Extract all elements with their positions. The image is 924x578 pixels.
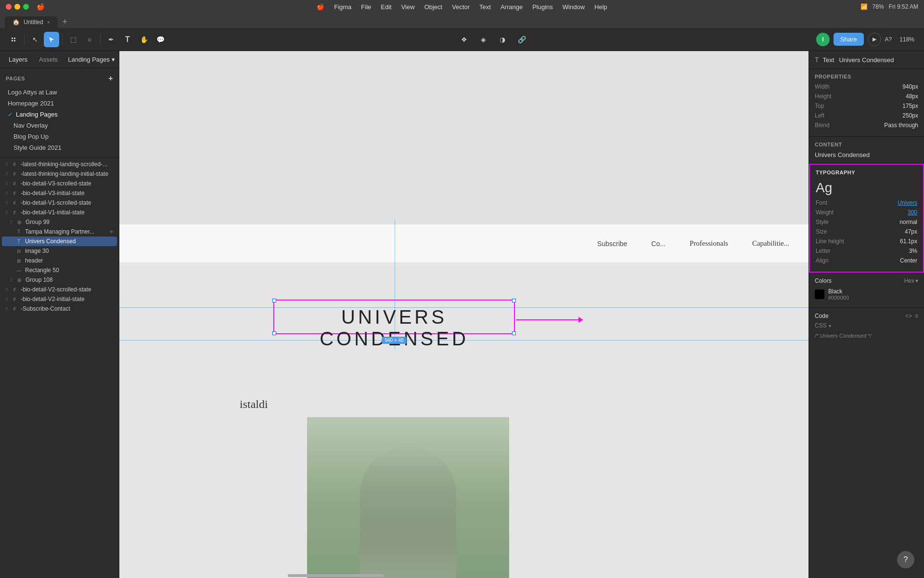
group-icon: ⊞ xyxy=(16,277,23,283)
top-value[interactable]: 175px xyxy=(902,103,918,109)
link-button[interactable]: 🔗 xyxy=(514,32,529,47)
menu-view[interactable]: View xyxy=(401,3,415,11)
tab-landing-pages[interactable]: Landing Pages ▾ xyxy=(68,56,115,63)
layer-bio-v1-initial[interactable]: ⠿ # -bio-detail-V1-initial-state xyxy=(2,208,117,217)
menu-bar: 🍎 Figma File Edit View Object Vector Tex… xyxy=(317,3,607,11)
horizontal-scrollbar[interactable] xyxy=(288,574,384,577)
frame-tool-button[interactable]: ⬚ xyxy=(65,32,81,47)
layer-bio-v2-initial[interactable]: ⠿ # -bio-detail-V2-initial-state xyxy=(2,294,117,304)
layer-group108[interactable]: ⠿ ⊞ Group 108 xyxy=(2,275,117,285)
size-value[interactable]: 47px xyxy=(905,228,917,235)
shape-tool-button[interactable]: ○ xyxy=(82,32,97,47)
menu-edit[interactable]: Edit xyxy=(381,3,391,11)
menu-text[interactable]: Text xyxy=(479,3,491,11)
panel-header: T Text Univers Condensed xyxy=(809,51,924,69)
spelling-check-button[interactable]: A? xyxy=(885,36,892,43)
menu-figma[interactable]: Figma xyxy=(334,3,351,11)
layer-bio-v2-scrolled[interactable]: ⠿ # -bio-detail-V2-scrolled-state xyxy=(2,285,117,294)
zoom-level[interactable]: 118% xyxy=(896,34,918,45)
component-set-button[interactable]: ❖ xyxy=(456,32,472,47)
help-button[interactable]: ? xyxy=(897,551,914,568)
page-label: Style Guide 2021 xyxy=(13,144,62,151)
arrow-head-icon xyxy=(578,317,583,323)
layer-tampa[interactable]: T Tampa Managing Partner... 👁 xyxy=(2,227,117,236)
tab-layers[interactable]: Layers xyxy=(4,54,32,65)
style-value[interactable]: normal xyxy=(899,219,917,225)
menu-help[interactable]: Help xyxy=(594,3,607,11)
page-homepage[interactable]: Homepage 2021 xyxy=(4,98,115,109)
layer-latest-scrolled[interactable]: ⠿ # -latest-thinking-landing-scrolled-..… xyxy=(2,159,117,169)
main-layout: Layers Assets Landing Pages ▾ Pages + Lo… xyxy=(0,51,924,578)
layer-group99[interactable]: ⠿ ⊞ Group 99 xyxy=(2,217,117,227)
width-value[interactable]: 940px xyxy=(902,83,918,90)
layer-header[interactable]: ⊞ header xyxy=(2,256,117,265)
tab-filename: Untitled xyxy=(24,19,43,26)
menu-file[interactable]: File xyxy=(361,3,371,11)
present-button[interactable]: ▶ xyxy=(868,33,881,46)
page-landing[interactable]: ✓ Landing Pages xyxy=(4,109,115,120)
color-swatch[interactable] xyxy=(815,289,824,299)
menu-window[interactable]: Window xyxy=(563,3,585,11)
align-value[interactable]: Center xyxy=(900,257,917,264)
color-format-selector[interactable]: Hex ▾ xyxy=(904,277,918,284)
fullscreen-button[interactable] xyxy=(23,4,29,10)
menu-arrange[interactable]: Arrange xyxy=(500,3,523,11)
menu-vector[interactable]: Vector xyxy=(452,3,470,11)
handle-tr[interactable] xyxy=(512,299,516,302)
layer-name: Rectangle 50 xyxy=(25,267,114,274)
share-button[interactable]: Share xyxy=(834,33,864,46)
layer-univers-condensed[interactable]: T Univers Condensed xyxy=(2,236,117,246)
bio-image xyxy=(307,417,509,578)
toolbar-right: I Share ▶ A? 118% xyxy=(816,33,918,46)
page-blog-popup[interactable]: Blog Pop Up xyxy=(4,131,115,142)
visibility-icon[interactable]: 👁 xyxy=(109,229,114,235)
page-nav-overlay[interactable]: Nav Overlay xyxy=(4,120,115,131)
pen-tool-button[interactable]: ✒ xyxy=(103,32,119,47)
layer-rect50[interactable]: — Rectangle 50 xyxy=(2,265,117,275)
minimize-button[interactable] xyxy=(14,4,20,10)
page-style-guide[interactable]: Style Guide 2021 xyxy=(4,142,115,153)
contrast-button[interactable]: ◑ xyxy=(495,32,510,47)
close-button[interactable] xyxy=(6,4,12,10)
height-value[interactable]: 48px xyxy=(906,93,918,100)
handle-br[interactable] xyxy=(512,331,516,335)
new-tab-button[interactable]: + xyxy=(60,17,71,27)
tab-close-button[interactable]: × xyxy=(47,20,50,25)
selected-text-frame[interactable]: UNIVERS CONDENSED 940 × 48 xyxy=(273,300,515,334)
add-page-button[interactable]: + xyxy=(108,74,113,83)
letter-value[interactable]: 3% xyxy=(909,248,917,254)
comment-tool-button[interactable]: 💬 xyxy=(153,32,168,47)
layer-image30[interactable]: ⊟ image 30 xyxy=(2,246,117,256)
layer-bio-v3-scrolled[interactable]: ⠿ # -bio-detail-V3-scrolled-state xyxy=(2,179,117,188)
move-tool-button[interactable] xyxy=(44,32,59,47)
tab-assets[interactable]: Assets xyxy=(34,54,63,65)
layer-latest-initial[interactable]: ⠿ # -latest-thinking-landing-initial-sta… xyxy=(2,169,117,179)
format-list-button[interactable]: ≡ xyxy=(915,313,918,319)
canvas-area[interactable]: Subscribe Co... Professionals Capabiliti… xyxy=(119,51,808,578)
active-tab[interactable]: 🏠 Untitled × xyxy=(5,16,58,28)
menu-apple[interactable]: 🍎 xyxy=(317,3,324,11)
layer-bio-v1-scrolled[interactable]: ⠿ # -bio-detail-V1-scrolled-state xyxy=(2,198,117,208)
select-tool-button[interactable]: ↖ xyxy=(27,32,43,47)
layer-bio-v3-initial[interactable]: ⠿ # -bio-detail-V3-initial-state xyxy=(2,188,117,198)
weight-value[interactable]: 300 xyxy=(908,209,917,216)
page-logo-attys[interactable]: Logo Attys at Law xyxy=(4,87,115,98)
size-label: Size xyxy=(816,228,827,235)
menu-plugins[interactable]: Plugins xyxy=(532,3,553,11)
mask-button[interactable]: ◈ xyxy=(475,32,491,47)
menu-button[interactable] xyxy=(6,32,21,47)
line-height-value[interactable]: 61.1px xyxy=(900,238,917,245)
hand-tool-button[interactable]: ✋ xyxy=(136,32,152,47)
layer-subscribe-contact[interactable]: ⠿ # -Subscribe-Contact xyxy=(2,304,117,314)
check-icon: ✓ xyxy=(8,111,13,118)
handle-tl[interactable] xyxy=(272,299,276,302)
blend-value[interactable]: Pass through xyxy=(884,122,918,129)
copy-code-button[interactable]: <> xyxy=(905,313,912,319)
colors-title: Colors xyxy=(815,277,832,284)
handle-bl[interactable] xyxy=(272,331,276,335)
font-value[interactable]: Univers xyxy=(898,199,917,206)
traffic-lights[interactable] xyxy=(6,4,29,10)
text-tool-button[interactable]: T xyxy=(120,32,135,47)
menu-object[interactable]: Object xyxy=(424,3,443,11)
left-value[interactable]: 250px xyxy=(902,112,918,119)
